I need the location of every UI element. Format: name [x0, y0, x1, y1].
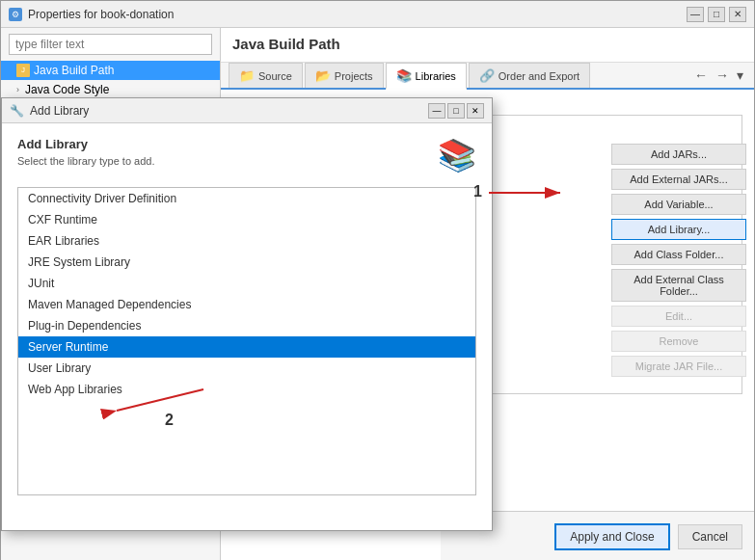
libraries-tab-icon: 📚 [396, 68, 412, 83]
dialog-content: Add Library Select the library type to a… [2, 123, 492, 509]
tab-source-label: Source [258, 70, 292, 82]
filter-input[interactable] [9, 34, 212, 55]
lib-type-plugin-deps[interactable]: Plug-in Dependencies [18, 315, 475, 336]
add-library-button[interactable]: Add Library... [611, 219, 746, 240]
right-buttons-panel: Add JARs... Add External JARs... Add Var… [611, 144, 746, 377]
tab-projects-label: Projects [335, 70, 373, 82]
close-button[interactable]: ✕ [729, 7, 746, 22]
lib-type-web-app-libraries[interactable]: Web App Libraries [18, 379, 475, 400]
tab-projects[interactable]: 📂 Projects [305, 63, 384, 88]
lib-type-ear-libraries[interactable]: EAR Libraries [18, 230, 475, 252]
nav-back-icon[interactable]: ← [691, 67, 711, 83]
dialog-header: Add Library Select the library type to a… [17, 137, 476, 173]
dialog-minimize-button[interactable]: — [428, 103, 445, 119]
tab-libraries[interactable]: 📚 Libraries [386, 63, 467, 90]
chevron-icon: › [16, 85, 19, 94]
tab-order-export-label: Order and Export [499, 70, 580, 82]
cancel-button[interactable]: Cancel [678, 524, 742, 549]
nav-forward-icon[interactable]: → [713, 67, 732, 83]
lib-type-junit[interactable]: JUnit [18, 273, 475, 294]
main-window: ⚙ Properties for book-donation — □ ✕ J J… [0, 0, 755, 560]
remove-button[interactable]: Remove [611, 331, 746, 352]
apply-and-close-button[interactable]: Apply and Close [554, 523, 669, 550]
sidebar-item-label: Java Build Path [34, 64, 114, 77]
nav-arrows: ← → ▾ [691, 67, 746, 83]
source-tab-icon: 📁 [239, 68, 255, 83]
lib-type-cxf-runtime[interactable]: CXF Runtime [18, 209, 475, 230]
projects-tab-icon: 📂 [315, 68, 331, 83]
dialog-title-text: Add Library [30, 104, 89, 118]
add-library-dialog: 🔧 Add Library — □ ✕ Add Library Select t… [1, 97, 493, 531]
order-export-tab-icon: 🔗 [479, 68, 495, 83]
dialog-header-sub: Select the library type to add. [17, 155, 154, 167]
dialog-title-bar: 🔧 Add Library — □ ✕ [2, 98, 492, 123]
tab-bar: 📁 Source 📂 Projects 📚 Libraries 🔗 Order … [221, 63, 754, 90]
edit-button[interactable]: Edit... [611, 306, 746, 327]
nav-dropdown-icon[interactable]: ▾ [734, 67, 746, 83]
title-bar: ⚙ Properties for book-donation — □ ✕ [1, 1, 754, 28]
migrate-jar-file-button[interactable]: Migrate JAR File... [611, 356, 746, 377]
window-controls: — □ ✕ [687, 7, 746, 22]
add-external-jars-button[interactable]: Add External JARs... [611, 169, 746, 190]
dialog-title-controls: — □ ✕ [428, 103, 484, 119]
tab-source[interactable]: 📁 Source [229, 63, 303, 88]
add-variable-button[interactable]: Add Variable... [611, 194, 746, 215]
sidebar-item-label: Java Code Style [25, 83, 109, 96]
minimize-button[interactable]: — [687, 7, 704, 22]
dialog-maximize-button[interactable]: □ [447, 103, 465, 119]
dialog-title-icon: 🔧 [10, 104, 24, 118]
maximize-button[interactable]: □ [708, 7, 725, 22]
dialog-header-icon: 📚 [438, 137, 476, 173]
sidebar-item-java-code-style[interactable]: › Java Code Style [1, 80, 220, 99]
library-type-list[interactable]: Connectivity Driver Definition CXF Runti… [17, 187, 476, 495]
lib-type-maven-deps[interactable]: Maven Managed Dependencies [18, 294, 475, 315]
java-build-path-icon: J [16, 64, 30, 77]
window-title: Properties for book-donation [28, 8, 174, 21]
dialog-header-title: Add Library [17, 137, 154, 151]
properties-title: Java Build Path [232, 36, 742, 52]
add-jars-button[interactable]: Add JARs... [611, 144, 746, 165]
lib-type-server-runtime[interactable]: Server Runtime [18, 336, 475, 358]
sidebar-item-java-build-path[interactable]: J Java Build Path [1, 61, 220, 80]
lib-type-user-library[interactable]: User Library [18, 358, 475, 379]
lib-type-connectivity-driver[interactable]: Connectivity Driver Definition [18, 188, 475, 209]
properties-header: Java Build Path [221, 28, 754, 63]
add-class-folder-button[interactable]: Add Class Folder... [611, 244, 746, 265]
tab-libraries-label: Libraries [416, 70, 456, 82]
window-icon: ⚙ [9, 8, 22, 21]
dialog-close-button[interactable]: ✕ [467, 103, 484, 119]
tab-order-export[interactable]: 🔗 Order and Export [469, 63, 590, 88]
add-external-class-folder-button[interactable]: Add External Class Folder... [611, 269, 746, 302]
lib-type-jre-system[interactable]: JRE System Library [18, 252, 475, 273]
